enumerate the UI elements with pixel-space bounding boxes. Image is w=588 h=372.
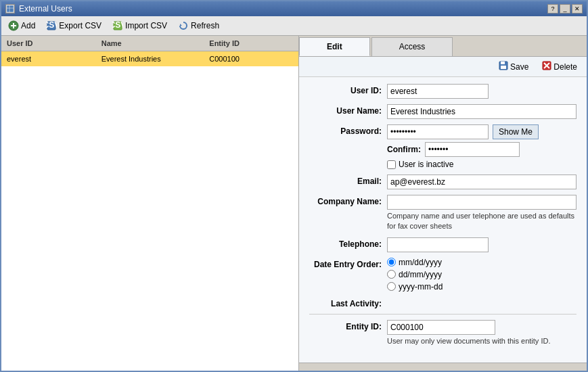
confirm-row: Confirm: xyxy=(387,142,576,157)
svg-marker-10 xyxy=(180,24,182,26)
title-bar-left: External Users xyxy=(5,4,72,14)
window-title: External Users xyxy=(19,4,72,14)
export-icon: CSV xyxy=(46,20,57,31)
table-header: User ID Name Entity ID xyxy=(1,36,298,51)
company-help-text: Company name and user telephone are used… xyxy=(387,211,576,232)
company-name-input[interactable] xyxy=(387,195,576,210)
date-option-2: dd/mm/yyyy xyxy=(387,270,576,279)
date-radio-group: mm/dd/yyyy dd/mm/yyyy yyyy-mm-dd xyxy=(387,258,576,292)
user-name-field xyxy=(387,104,576,119)
tab-edit[interactable]: Edit xyxy=(299,37,370,56)
svg-rect-13 xyxy=(501,66,506,69)
show-me-button[interactable]: Show Me xyxy=(493,124,539,139)
inactive-checkbox-row: User is inactive xyxy=(387,160,576,169)
svg-text:CSV: CSV xyxy=(46,20,57,30)
entity-help-text: User may only view documents with this e… xyxy=(387,336,576,346)
telephone-field xyxy=(387,237,576,252)
refresh-label: Refresh xyxy=(191,21,219,30)
inactive-label: User is inactive xyxy=(399,160,453,169)
left-panel: User ID Name Entity ID everest Everest I… xyxy=(1,36,299,371)
email-row: Email: xyxy=(309,175,576,189)
date-option-1: mm/dd/yyyy xyxy=(387,258,576,267)
horizontal-scrollbar[interactable] xyxy=(299,363,587,371)
date-entry-row: Date Entry Order: mm/dd/yyyy dd/mm/yyyy xyxy=(309,258,576,292)
table-row[interactable]: everest Everest Industries C000100 xyxy=(1,51,298,66)
svg-text:CSV: CSV xyxy=(112,20,123,30)
close-button[interactable]: ✕ xyxy=(572,4,583,14)
window-icon xyxy=(5,4,15,14)
external-users-window: External Users ? _ ✕ Add CSV xyxy=(0,0,588,372)
cell-entityid: C000100 xyxy=(204,53,298,64)
last-activity-row: Last Activity: xyxy=(309,297,576,308)
minimize-button[interactable]: _ xyxy=(560,4,570,14)
user-name-input[interactable] xyxy=(387,104,576,119)
user-id-input[interactable] xyxy=(387,84,489,99)
export-csv-label: Export CSV xyxy=(59,21,101,30)
title-bar: External Users ? _ ✕ xyxy=(1,1,587,16)
import-csv-button[interactable]: CSV Import CSV xyxy=(110,19,170,32)
company-name-label: Company Name: xyxy=(309,195,387,206)
entity-id-row: Entity ID: User may only view documents … xyxy=(309,320,576,346)
cell-name: Everest Industries xyxy=(96,53,204,64)
action-bar: Save Delete xyxy=(299,57,587,77)
main-content: User ID Name Entity ID everest Everest I… xyxy=(1,36,587,371)
col-header-entityid: Entity ID xyxy=(204,38,298,49)
import-icon: CSV xyxy=(112,20,123,31)
user-name-row: User Name: xyxy=(309,104,576,119)
password-row: Password: Show Me Confirm: xyxy=(309,124,576,169)
col-header-userid: User ID xyxy=(1,38,96,49)
password-label: Password: xyxy=(309,124,387,136)
refresh-button[interactable]: Refresh xyxy=(175,19,222,32)
confirm-input[interactable] xyxy=(425,142,520,157)
password-input[interactable] xyxy=(387,124,489,139)
delete-icon xyxy=(542,61,551,72)
user-id-field xyxy=(387,84,576,99)
user-id-label: User ID: xyxy=(309,84,387,95)
date-label-ymd: yyyy-mm-dd xyxy=(399,282,443,292)
delete-label: Delete xyxy=(553,62,577,72)
title-bar-controls: ? _ ✕ xyxy=(547,4,583,14)
telephone-input[interactable] xyxy=(387,237,489,252)
user-id-row: User ID: xyxy=(309,84,576,99)
save-label: Save xyxy=(510,62,528,72)
entity-id-label: Entity ID: xyxy=(309,320,387,331)
add-label: Add xyxy=(21,21,35,30)
help-button[interactable]: ? xyxy=(547,4,558,14)
inactive-checkbox[interactable] xyxy=(387,160,396,169)
date-label-mdy: mm/dd/yyyy xyxy=(399,258,442,267)
import-csv-label: Import CSV xyxy=(125,21,167,30)
entity-id-input[interactable] xyxy=(387,320,495,335)
divider xyxy=(309,314,576,315)
svg-rect-12 xyxy=(501,62,505,64)
form-content: User ID: User Name: Password: xyxy=(299,77,587,363)
email-input[interactable] xyxy=(387,175,576,189)
right-panel: Edit Access Save xyxy=(299,36,587,371)
date-radio-dmy[interactable] xyxy=(387,270,396,279)
refresh-icon xyxy=(178,20,189,31)
date-radio-ymd[interactable] xyxy=(387,282,396,291)
user-name-label: User Name: xyxy=(309,104,387,116)
toolbar: Add CSV Export CSV CSV Import CSV xyxy=(1,16,587,36)
telephone-row: Telephone: xyxy=(309,237,576,252)
last-activity-label: Last Activity: xyxy=(309,297,387,308)
date-radio-mdy[interactable] xyxy=(387,258,396,266)
save-icon xyxy=(499,61,508,72)
add-icon xyxy=(8,20,19,31)
save-button[interactable]: Save xyxy=(495,60,533,74)
add-button[interactable]: Add xyxy=(5,19,38,32)
table-body: everest Everest Industries C000100 xyxy=(1,51,298,371)
cell-userid: everest xyxy=(1,53,96,64)
email-label: Email: xyxy=(309,175,387,186)
tab-access[interactable]: Access xyxy=(371,37,453,56)
password-field: Show Me Confirm: User is inactive xyxy=(387,124,576,169)
export-csv-button[interactable]: CSV Export CSV xyxy=(43,19,104,32)
confirm-label: Confirm: xyxy=(387,145,421,154)
svg-rect-0 xyxy=(7,5,14,12)
date-label-dmy: dd/mm/yyyy xyxy=(399,270,442,279)
password-input-row: Show Me xyxy=(387,124,576,139)
telephone-label: Telephone: xyxy=(309,237,387,249)
company-name-row: Company Name: Company name and user tele… xyxy=(309,195,576,232)
delete-button[interactable]: Delete xyxy=(538,60,581,74)
email-field-wrap xyxy=(387,175,576,189)
date-option-3: yyyy-mm-dd xyxy=(387,282,576,292)
